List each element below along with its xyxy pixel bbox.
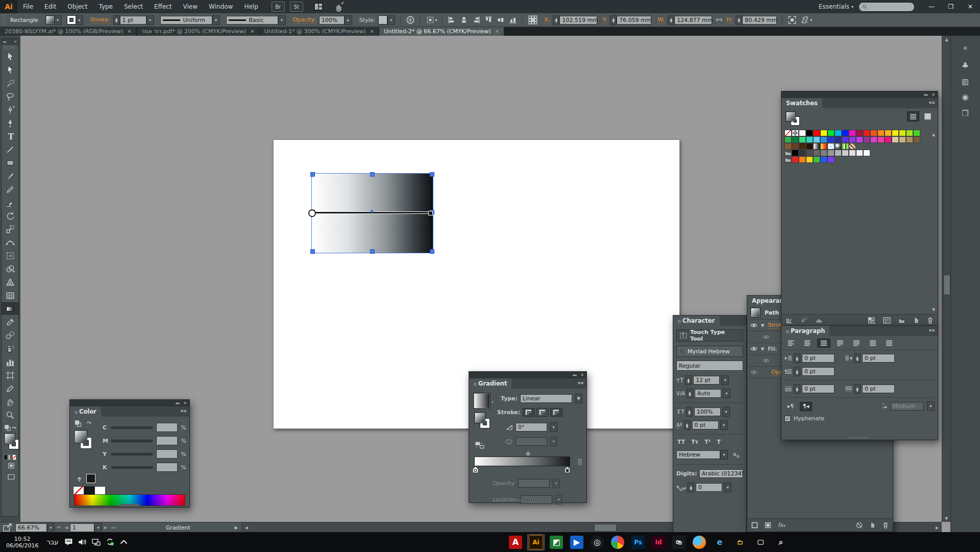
align-horizontal-right-icon[interactable] [472,16,480,24]
swatches-panel-menu-icon[interactable]: ▾≡ [929,100,935,105]
color-swatch[interactable] [792,143,799,150]
align-horizontal-left-icon[interactable] [448,16,456,24]
color-swatch[interactable] [806,130,813,136]
h-value[interactable]: 80.429 mm [742,16,777,25]
color-swatch[interactable] [813,130,820,136]
none-swatch[interactable] [73,486,84,495]
touch-type-tool-button[interactable]: T Touch Type Tool [676,329,743,342]
Y-value[interactable] [156,449,178,459]
K-slider[interactable] [111,466,153,469]
free-transform-tool[interactable] [2,249,18,262]
menu-help[interactable]: Help [238,0,263,13]
taskbar-app-internet-explorer[interactable]: e [711,534,728,550]
zoom-level-value[interactable]: 66.67% [15,523,47,532]
taskbar-app-folder[interactable]: 🗀 [731,534,749,550]
extra-value[interactable]: 0 [696,483,722,492]
rectangle-tool[interactable] [2,156,18,170]
artboard-tool[interactable] [2,369,18,382]
color-swatch[interactable] [806,156,813,163]
justify-last-right-button[interactable] [866,339,879,348]
taskbar-app-media-player[interactable]: ◎ [589,534,606,550]
registration-swatch[interactable] [792,130,799,136]
color-swatch[interactable] [856,136,863,143]
color-swatch[interactable] [799,130,806,136]
tab-close-icon[interactable]: ✕ [370,29,374,34]
language-value[interactable]: Hebrew [676,450,720,459]
swatch-options-icon[interactable] [883,317,891,324]
artboard-number-value[interactable]: 1 [70,523,94,532]
canvas-vertical-scrollbar[interactable]: ▲ ▼ [942,36,951,522]
align-right-button[interactable] [817,339,830,348]
taskbar-app-search[interactable]: ⌕ [772,534,790,550]
gradient-along-stroke-button[interactable] [536,408,549,417]
opacity-panel-link[interactable]: Opacity: [293,16,316,23]
color-swatch[interactable] [813,143,820,150]
stop-opacity-value[interactable] [518,479,550,488]
scale-strokes-icon[interactable] [788,15,797,25]
gradient-slider-midpoint[interactable] [526,451,531,457]
color-tab[interactable]: ◇ Color [70,406,101,417]
menu-type[interactable]: Type [93,0,118,13]
color-swatch[interactable] [813,156,820,163]
swatch-kuler-icon[interactable] [801,317,808,324]
curvature-tool[interactable] [2,116,18,130]
color-swatch[interactable] [892,136,899,143]
color-close-icon[interactable]: ✕ [183,401,187,405]
y-value[interactable]: 76.059 mm [617,16,651,25]
perspective-grid-tool[interactable] [2,276,18,289]
gradient-type-value[interactable]: Linear [520,394,572,403]
gradient-stop-end[interactable] [564,466,571,473]
selection-handle[interactable] [430,249,434,254]
selection-handle[interactable] [370,172,375,177]
color-swatch[interactable] [820,150,827,156]
color-swatch[interactable] [827,143,835,150]
previous-artboard-icon[interactable]: ◀ [63,525,70,530]
color-swatch[interactable] [877,136,885,143]
stroke-panel-link[interactable]: Stroke: [90,16,110,23]
document-tab-3[interactable]: Untitled-1* @ 300% (CMYK/Preview)✕ [260,27,380,36]
menu-edit[interactable]: Edit [39,0,62,13]
justify-all-button[interactable] [883,339,896,348]
mini-fill-stroke-icon[interactable] [75,420,82,427]
K-value[interactable] [156,463,178,472]
align-vertical-bottom-icon[interactable] [509,16,517,24]
workspace-switcher[interactable]: Essentials ▾ [814,3,859,10]
color-swatch[interactable] [827,150,835,156]
touch-workspace-icon[interactable] [332,2,346,12]
tray-volume-icon[interactable] [78,538,87,546]
brushes-panel-icon[interactable]: ▥ [958,76,972,88]
width-profile-dropdown[interactable]: Uniform ▾ [160,15,220,25]
type-tool[interactable]: T [2,130,18,143]
symbols-panel-icon[interactable]: ♣ [958,59,972,71]
selection-handle[interactable] [310,172,315,177]
libraries-panel-icon[interactable]: ❐ [958,107,972,119]
rotate-tool[interactable] [2,209,18,223]
vertical-scale-value[interactable]: 100% [694,407,721,416]
color-swatch[interactable] [870,130,877,136]
swatch-libraries-icon[interactable] [786,317,794,324]
recolor-artwork-icon[interactable] [406,15,415,25]
color-swatch[interactable] [785,136,792,143]
swap-fill-stroke-icon[interactable] [85,420,92,426]
ltr-direction-button[interactable]: ▸¶ [785,402,797,411]
add-new-stroke-icon[interactable] [751,522,758,529]
color-swatch[interactable] [885,130,892,136]
menu-view[interactable]: View [178,0,203,13]
selection-tool[interactable] [2,50,18,63]
x-label[interactable]: X: [544,16,550,23]
case-button[interactable]: Tᴛ [691,439,698,445]
next-artboard-icon[interactable]: ▶ [102,525,109,530]
left-indent-value[interactable]: 0 pt [802,354,835,363]
color-group-folder-icon[interactable] [785,150,792,156]
color-swatch[interactable] [792,150,799,156]
space-before-value[interactable]: 0 pt [802,385,835,393]
x-value[interactable]: 102.519 mm [559,16,597,25]
gradient-annotator-end[interactable] [428,211,433,215]
font-style-field[interactable]: Regular [676,361,743,371]
taskbar-app-illustrator[interactable]: Ai [527,534,545,550]
draw-normal-mini-icon[interactable] [5,425,11,431]
gradient-collapse-icon[interactable]: ◂◂ [572,373,576,377]
color-swatch[interactable] [820,130,827,136]
menu-file[interactable]: File [17,0,39,13]
mesh-tool[interactable] [2,289,18,302]
